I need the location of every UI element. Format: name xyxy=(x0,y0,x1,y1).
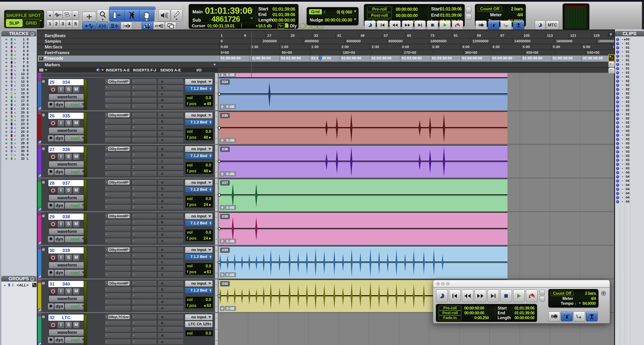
group-keyboard-focus-icon[interactable]: az xyxy=(32,283,36,287)
zoomer-tool-button[interactable] xyxy=(97,9,109,21)
tw-tempo-dropdown-icon[interactable] xyxy=(579,303,581,304)
track-height-zoom-button[interactable] xyxy=(62,10,72,19)
insert-plugin[interactable]: DlbyAtmMP xyxy=(108,79,130,84)
sidebar-track-item-3[interactable]: »30 xyxy=(2,45,37,49)
clip-list-item[interactable]: »01 xyxy=(615,66,644,71)
input-dropdown-icon[interactable] xyxy=(208,215,211,217)
insert-slot-fj[interactable] xyxy=(132,306,157,311)
track-playlist-icon[interactable] xyxy=(38,78,41,81)
timeline-arrows-button[interactable]: » xyxy=(608,61,615,68)
send-slot-a[interactable]: a xyxy=(158,247,184,252)
insert-slot-ae[interactable]: DlbyLTCGnr xyxy=(105,314,131,320)
elastic-audio-button[interactable]: ✱ xyxy=(48,236,54,243)
insert-slot-fj[interactable] xyxy=(132,320,157,326)
mute-button[interactable]: M xyxy=(72,221,80,228)
midi-conductor-button[interactable] xyxy=(513,20,524,30)
send-slot-a[interactable]: a xyxy=(158,146,184,152)
insert-slot-fj[interactable] xyxy=(132,266,157,271)
clip-list-item[interactable]: »03 xyxy=(615,133,644,137)
track-disclosure-circle[interactable] xyxy=(42,147,45,150)
spot-mode-button[interactable]: SPOT xyxy=(26,11,43,19)
dyn-button[interactable]: dyn xyxy=(54,135,64,142)
track-color-strip[interactable] xyxy=(38,145,41,178)
send-slot-e[interactable]: e xyxy=(158,339,184,345)
insert-slot-fj[interactable] xyxy=(132,287,157,292)
insert-slot-ae[interactable] xyxy=(105,272,131,277)
clip-list-item[interactable]: »03 xyxy=(615,158,644,162)
send-slot-d[interactable]: d xyxy=(158,165,184,170)
send-slot-b[interactable]: b xyxy=(158,320,184,326)
tw-pausemet-button[interactable] xyxy=(548,311,560,322)
midi-midimerge-button[interactable] xyxy=(500,20,512,30)
mute-button[interactable]: M xyxy=(72,288,80,295)
send-slot-c[interactable]: c xyxy=(158,226,184,231)
track-playlist-icon[interactable] xyxy=(38,213,41,216)
record-arm-button[interactable] xyxy=(49,221,57,228)
send-slot-b[interactable]: b xyxy=(158,119,184,124)
audio-clip-partial[interactable]: 0 dB xyxy=(219,73,508,78)
transport-rew-button[interactable] xyxy=(389,20,401,30)
input-dropdown-icon[interactable] xyxy=(208,283,211,285)
clip-list-item[interactable]: »04 xyxy=(615,191,644,196)
volume-automation-line[interactable] xyxy=(219,161,508,162)
sidebar-track-item-4[interactable]: »40 xyxy=(2,49,37,53)
insert-slot-ae[interactable] xyxy=(105,333,131,339)
send-slot-d[interactable]: d xyxy=(158,198,184,204)
clip-list-item[interactable]: »04 xyxy=(615,200,644,204)
elastic-audio-button[interactable]: ✱ xyxy=(48,269,54,276)
clip-list-item[interactable]: »01 xyxy=(615,50,644,54)
fpos-row[interactable]: f pos◂ 63 xyxy=(186,303,213,309)
transport-window-disclosure-icon[interactable] xyxy=(601,291,606,296)
insert-slot-fj[interactable] xyxy=(132,152,157,158)
clip-list-item[interactable]: »03 xyxy=(615,137,644,141)
insert-plugin[interactable]: DlbyAtmMP xyxy=(108,113,130,117)
insert-slot-ae[interactable] xyxy=(105,125,131,130)
solo-button[interactable]: S xyxy=(65,254,72,262)
send-slot-d[interactable]: d xyxy=(158,97,184,103)
insert-slot-ae[interactable] xyxy=(105,226,131,231)
selector-tool-button[interactable] xyxy=(124,9,140,21)
track-output-selector[interactable]: LTC Ch 129 xyxy=(185,321,213,327)
track-nameplate[interactable]: 26035 xyxy=(48,112,84,119)
tw-play-button[interactable] xyxy=(513,290,525,302)
track-nameplate[interactable]: 31040 xyxy=(48,281,84,287)
mute-button[interactable]: M xyxy=(72,120,80,127)
input-monitor-button[interactable]: I xyxy=(57,322,64,329)
sidebar-track-item-25[interactable]: »250 xyxy=(2,130,37,134)
vol-row[interactable]: vol0.0 xyxy=(186,162,213,168)
insert-slot-ae[interactable] xyxy=(105,232,131,238)
pencil-dropdown-icon[interactable] xyxy=(176,19,178,20)
waveform-zoom-button[interactable] xyxy=(53,10,63,19)
insert-slot-ae[interactable] xyxy=(105,131,131,137)
insert-slot-ae[interactable] xyxy=(105,158,131,164)
clip-gain-fader-icon[interactable] xyxy=(220,171,224,176)
ruler-label-bars[interactable]: Bars|Beats xyxy=(38,33,218,38)
tw-count-off-button[interactable]: Count Off xyxy=(551,291,574,296)
clip-list-item[interactable]: »03 xyxy=(615,146,644,150)
sidebar-track-item-30[interactable]: »300 xyxy=(2,149,37,153)
meter-value[interactable]: 4/4 xyxy=(517,12,523,17)
track-output-selector[interactable]: 7.1.2 Bed xyxy=(185,153,213,159)
sidebar-track-item-32[interactable]: »32L xyxy=(2,157,37,161)
insert-slot-ae[interactable] xyxy=(105,287,131,292)
shuffle-mode-button[interactable]: SHUFFLE xyxy=(6,11,26,19)
columns-icon[interactable] xyxy=(39,68,44,72)
clip-gain-fader-icon[interactable] xyxy=(220,205,224,210)
ruler-label-feet[interactable]: Feet+Frames xyxy=(38,50,218,55)
sidebar-track-item-23[interactable]: »230 xyxy=(2,122,37,126)
track-nameplate[interactable]: 29038 xyxy=(48,213,84,220)
insert-slot-ae[interactable]: DlbyAtmMP xyxy=(105,180,131,185)
insert-slot-ae[interactable] xyxy=(105,186,131,191)
sidebar-track-item-14[interactable]: »140 xyxy=(2,87,37,91)
tw-conductor-button[interactable] xyxy=(586,311,598,322)
sidebar-track-item-31[interactable]: »310 xyxy=(2,153,37,157)
clip-list-item[interactable]: »03 xyxy=(615,154,644,158)
dyn-button[interactable]: dyn xyxy=(54,303,64,310)
insert-slot-ae[interactable] xyxy=(105,192,131,198)
fpos-row[interactable]: f pos24 ▸ xyxy=(186,202,213,208)
insert-slot-fj[interactable] xyxy=(132,247,157,252)
solo-button[interactable]: S xyxy=(65,86,72,93)
clip-list-item[interactable]: »04 xyxy=(615,187,644,191)
mute-button[interactable]: M xyxy=(72,187,80,194)
insert-plugin[interactable]: DlbyLTCGnr xyxy=(108,315,130,319)
